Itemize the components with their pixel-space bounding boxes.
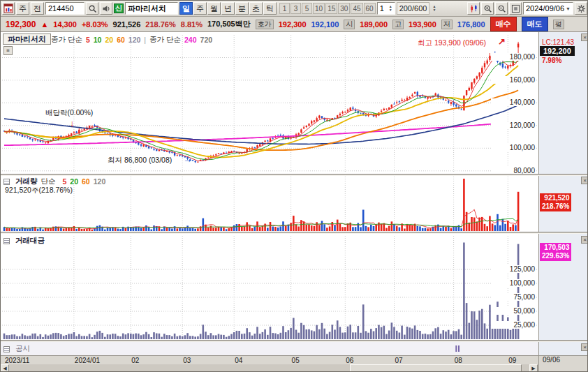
disclosure-panel-icon — [3, 346, 10, 352]
tick-button-15[interactable]: 15 — [325, 3, 337, 14]
tick-button-60[interactable]: 60 — [364, 3, 376, 14]
tick-interval-buttons: 1351015304560 — [279, 3, 376, 14]
value-title: 거래대금 — [15, 236, 45, 246]
period-tab-week[interactable]: 주 — [193, 2, 207, 15]
change-percent: +8.03% — [82, 20, 108, 29]
horizontal-scrollbar[interactable]: ◀ ▶ — [1, 364, 538, 372]
high-annotation: 최고 193,900 (09/06) — [418, 38, 486, 48]
panel-splitter-3[interactable] — [1, 340, 588, 342]
x-axis-label: 08 — [455, 357, 462, 364]
value-header: 거래대금 — [3, 236, 45, 246]
dividend-arrow-icon: ↓ — [70, 118, 75, 128]
disclosure-panel-background — [1, 342, 538, 355]
period-tab-tick[interactable]: 틱 — [263, 2, 277, 15]
value-panel-icon — [3, 238, 10, 244]
scroll-left-icon[interactable]: ◀ — [1, 364, 9, 372]
stock-name-display: 파마리서치 — [125, 2, 178, 15]
legend-toggle-icon[interactable]: ≡ — [3, 46, 13, 55]
legend-period-5: 5 — [63, 177, 67, 186]
panel-splitter-1[interactable] — [1, 174, 588, 176]
week-quick-button[interactable]: 주 — [16, 2, 29, 15]
price-panel-close-button[interactable]: × — [581, 34, 588, 41]
volume-subtitle: 921,520주(218.76%) — [5, 186, 73, 195]
bar-range-stepper[interactable]: ▲▼ — [432, 5, 436, 12]
chart-tab-stock[interactable]: 파마리서치 — [3, 34, 51, 45]
legend-label: 종가 단순 — [51, 35, 82, 45]
value-panel-close-button[interactable]: × — [581, 236, 588, 244]
legend-period-120: 120 — [94, 177, 106, 186]
buy-button[interactable]: 매수 — [490, 17, 517, 31]
date-picker[interactable]: 2024/09/06 ▼ — [523, 2, 573, 15]
period-tab-month[interactable]: 월 — [207, 2, 221, 15]
x-axis-label: 06 — [346, 357, 353, 364]
tick-button-5[interactable]: 5 — [302, 3, 312, 14]
scroll-right-icon[interactable]: ▶ — [529, 364, 538, 372]
price-axis-label: 180,000 — [491, 53, 536, 61]
value-tag: 170,503 229.63% — [540, 243, 571, 261]
interval-spin-arrows[interactable]: ▲▼ — [389, 5, 392, 12]
disclosure-header: 공시 — [3, 344, 30, 354]
candle-tool-icon[interactable] — [467, 2, 480, 15]
legend-period-240: 240 — [184, 36, 197, 44]
price-axis-label: 140,000 — [491, 98, 536, 106]
date-picker-value: 2024/09/06 — [526, 4, 564, 13]
price-legend: 종가 단순5102060120|종가 단순240720 — [51, 35, 212, 45]
stock-chart-window: 주 전 214450 신 파마리서치 일주월년분초틱 1351015304560… — [0, 0, 588, 372]
right-axis-margin: LC:121.43 192,200 7.98% 921,520 218.76% … — [538, 32, 588, 355]
change-value: 14,300 — [53, 20, 77, 29]
period-tab-second[interactable]: 초 — [249, 2, 263, 15]
volume-value: 921,526 — [113, 20, 141, 29]
current-pct-tag: 7.98% — [542, 57, 561, 64]
chart-window-icon[interactable] — [2, 2, 15, 15]
interval-stepper[interactable]: 1 ▲▼ — [377, 2, 395, 15]
value-axis-label: 50,000 — [491, 307, 536, 315]
period-tabs: 일주월년분초틱 — [179, 2, 277, 15]
price-axis-label: 100,000 — [491, 144, 536, 151]
legend-period-5: 5 — [86, 36, 90, 44]
prev-stock-button[interactable]: 전 — [31, 2, 44, 15]
stock-code-input[interactable]: 214450 — [45, 2, 84, 15]
bar-range-display: 200/600 — [397, 2, 430, 15]
speaker-icon[interactable] — [100, 2, 112, 15]
period-tab-minute[interactable]: 분 — [235, 2, 249, 15]
fullscreen-icon[interactable] — [509, 2, 522, 15]
stock-code-value: 214450 — [48, 4, 74, 13]
current-price-tag: 192,200 — [540, 46, 575, 56]
scrollbar-corner — [538, 364, 588, 372]
main-toolbar: 주 전 214450 신 파마리서치 일주월년분초틱 1351015304560… — [1, 1, 588, 17]
tick-button-30[interactable]: 30 — [338, 3, 350, 14]
tick-button-3[interactable]: 3 — [291, 3, 301, 14]
interval-value: 1 — [380, 4, 384, 13]
turnover-percent: 8.81% — [181, 20, 203, 29]
disclosure-panel-close-button[interactable]: × — [581, 343, 588, 351]
panel-splitter-2[interactable] — [1, 232, 588, 234]
sell-button[interactable]: 매도 — [522, 17, 548, 31]
scrollbar-thumb[interactable] — [350, 364, 522, 372]
period-tab-day[interactable]: 일 — [179, 2, 193, 15]
legend-period-60: 60 — [117, 36, 125, 44]
settings-gear-icon[interactable] — [575, 2, 587, 15]
speaker-glyph — [102, 4, 111, 13]
volume-panel-icon — [3, 179, 10, 185]
volume-ratio: 218.76% — [145, 20, 175, 29]
chevron-down-icon: ▼ — [566, 6, 571, 11]
candle-tool-glyph — [469, 4, 478, 13]
legend-period-20: 20 — [105, 36, 113, 44]
tick-button-1[interactable]: 1 — [279, 3, 290, 14]
zoom-in-icon[interactable] — [481, 2, 494, 15]
tick-button-45[interactable]: 45 — [351, 3, 362, 14]
tick-button-10[interactable]: 10 — [313, 3, 325, 14]
current-price: 192,300 — [6, 20, 36, 29]
zoom-out-icon[interactable] — [495, 2, 508, 15]
low-annotation: 최저 86,800 (03/08) — [108, 156, 172, 165]
volume-panel-close-button[interactable]: × — [581, 177, 588, 184]
volume-title: 거래량 — [15, 177, 38, 186]
gear-glyph — [577, 4, 586, 13]
search-icon[interactable] — [86, 2, 98, 15]
price-axis-label: 120,000 — [491, 121, 536, 129]
period-tab-year[interactable]: 년 — [221, 2, 235, 15]
x-axis-label: 2023/11 — [5, 357, 29, 364]
x-axis-label: 02 — [131, 357, 139, 364]
credit-badge: 신 — [114, 3, 124, 13]
avg-button[interactable]: 평 — [553, 20, 564, 29]
